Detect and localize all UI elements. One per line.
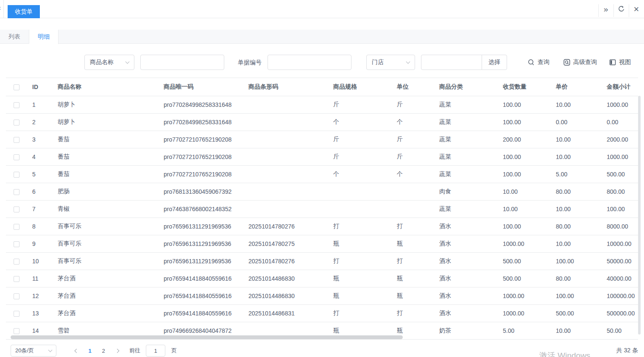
goto-page-input[interactable] — [146, 345, 165, 357]
cell-code: pro765941418840559616 — [159, 304, 243, 322]
cell-unit: 瓶 — [392, 235, 434, 252]
more-tabs-button[interactable]: » — [598, 0, 613, 18]
cell-category: 蔬菜 — [434, 131, 498, 148]
cell-amount: 40000.00 — [602, 270, 638, 287]
cell-name: 茅台酒 — [53, 270, 159, 287]
cell-unit: 斤 — [392, 131, 434, 148]
view-button[interactable]: 视图 — [609, 55, 631, 70]
tab-list[interactable]: 列表 — [0, 30, 29, 44]
close-tab-button[interactable]: × — [629, 0, 644, 18]
row-checkbox[interactable] — [14, 328, 20, 334]
cell-qty: 500.00 — [498, 252, 551, 270]
col-header-amount: 金额小计 — [602, 78, 638, 96]
prev-page-button[interactable] — [70, 345, 83, 357]
col-header-unit: 单位 — [392, 78, 434, 96]
cell-amount: 500.00 — [602, 165, 638, 183]
cell-id: 13 — [27, 304, 53, 322]
pager: 1 2 — [70, 345, 124, 357]
cell-qty: 10.00 — [498, 183, 551, 200]
row-checkbox[interactable] — [14, 241, 20, 247]
tab-receipt-document[interactable]: 收货单 — [8, 5, 40, 18]
cell-qty: 200.00 — [498, 131, 551, 148]
table-row[interactable]: 2 胡萝卜 pro770284998258331648 个 个 蔬菜 100.0… — [6, 113, 638, 131]
row-checkbox[interactable] — [14, 154, 20, 160]
row-checkbox[interactable] — [14, 311, 20, 317]
table-row[interactable]: 1 胡萝卜 pro770284998258331648 斤 斤 蔬菜 100.0… — [6, 96, 638, 113]
advanced-query-button[interactable]: 高级查询 — [563, 55, 597, 70]
row-checkbox[interactable] — [14, 259, 20, 265]
col-header-id: ID — [27, 78, 53, 96]
cell-spec: 打 — [328, 304, 392, 322]
cell-category: 酒水 — [434, 270, 498, 287]
row-checkbox[interactable] — [14, 120, 20, 126]
view-tabs: 列表 明细 — [0, 30, 644, 44]
table-row[interactable]: 10 百事可乐 pro765961311291969536 2025101478… — [6, 252, 638, 270]
table-row[interactable]: 7 青椒 pro746387668002148352 蔬菜 10.00 10.0… — [6, 200, 638, 218]
table-row[interactable]: 4 番茄 pro770272107652190208 斤 斤 蔬菜 100.00… — [6, 148, 638, 165]
cell-category: 蔬菜 — [434, 200, 498, 218]
cell-name: 百事可乐 — [53, 218, 159, 235]
next-page-button[interactable] — [110, 345, 124, 357]
horizontal-scrollbar[interactable] — [11, 335, 403, 339]
cell-spec: 瓶 — [328, 270, 392, 287]
row-checkbox[interactable] — [14, 206, 20, 212]
row-checkbox[interactable] — [14, 102, 20, 108]
table-row[interactable]: 11 茅台酒 pro765941418840559616 20251014486… — [6, 270, 638, 287]
row-checkbox[interactable] — [14, 189, 20, 195]
row-checkbox[interactable] — [14, 172, 20, 178]
refresh-button[interactable] — [613, 0, 629, 18]
refresh-icon — [618, 6, 625, 13]
keyword-input[interactable] — [140, 55, 224, 70]
cell-price: 10.00 — [551, 148, 602, 165]
cell-name: 百事可乐 — [53, 252, 159, 270]
row-checkbox[interactable] — [14, 224, 20, 230]
cell-id: 9 — [27, 235, 53, 252]
tabs-scroll-left-icon[interactable]: « — [0, 4, 1, 12]
store-value-input[interactable] — [421, 55, 482, 70]
cell-qty: 1000.00 — [498, 304, 551, 322]
table-row[interactable]: 5 番茄 pro770272107652190208 个 个 蔬菜 100.00… — [6, 165, 638, 183]
table-row[interactable]: 9 百事可乐 pro765961311291969536 20251014780… — [6, 235, 638, 252]
cell-id: 2 — [27, 113, 53, 131]
table-row[interactable]: 3 番茄 pro770272107652190208 斤 斤 蔬菜 200.00… — [6, 131, 638, 148]
cell-price: 10.00 — [551, 322, 602, 339]
row-checkbox[interactable] — [14, 137, 20, 143]
cell-price: 100.00 — [551, 252, 602, 270]
choose-button[interactable]: 选择 — [482, 55, 507, 70]
cell-amount: 50000.00 — [602, 252, 638, 270]
advanced-query-label: 高级查询 — [573, 59, 597, 66]
table-row[interactable]: 12 茅台酒 pro765941418840559616 20251014486… — [6, 287, 638, 304]
cell-qty: 1000.00 — [498, 235, 551, 252]
cell-id: 1 — [27, 96, 53, 113]
page-button-2[interactable]: 2 — [97, 345, 110, 357]
table-row[interactable]: 13 茅台酒 pro765941418840559616 20251014486… — [6, 304, 638, 322]
cell-qty: 1000.00 — [498, 287, 551, 304]
field-select[interactable]: 商品名称 — [84, 55, 134, 70]
table-row[interactable]: 8 百事可乐 pro765961311291969536 20251014780… — [6, 218, 638, 235]
cell-name: 百事可乐 — [53, 235, 159, 252]
cell-code: pro746387668002148352 — [159, 200, 243, 218]
cell-spec: 斤 — [328, 131, 392, 148]
select-all-checkbox[interactable] — [14, 84, 20, 90]
tab-detail[interactable]: 明细 — [29, 30, 59, 44]
cell-id: 7 — [27, 200, 53, 218]
doc-no-label: 单据编号 — [238, 55, 262, 70]
page-button-1[interactable]: 1 — [83, 345, 97, 357]
store-select[interactable]: 门店 — [366, 55, 415, 70]
col-header-category: 商品分类 — [434, 78, 498, 96]
cell-barcode: 20251014486830 — [243, 270, 328, 287]
row-checkbox[interactable] — [14, 293, 20, 299]
activate-windows-watermark: 激活 Windows — [539, 350, 590, 357]
cell-amount: 0.00 — [602, 113, 638, 131]
doc-no-input[interactable] — [268, 55, 351, 70]
page-size-select[interactable]: 20条/页 — [11, 345, 56, 357]
vertical-scrollbar[interactable] — [638, 96, 641, 335]
query-button-label: 查询 — [538, 59, 549, 66]
query-button[interactable]: 查询 — [528, 55, 549, 70]
table-row[interactable]: 6 肥肠 pro768131360459067392 肉食 10.00 80.0… — [6, 183, 638, 200]
row-checkbox[interactable] — [14, 276, 20, 282]
field-select-value: 商品名称 — [90, 59, 114, 66]
cell-unit — [392, 200, 434, 218]
cell-category: 酒水 — [434, 287, 498, 304]
cell-code: pro768131360459067392 — [159, 183, 243, 200]
